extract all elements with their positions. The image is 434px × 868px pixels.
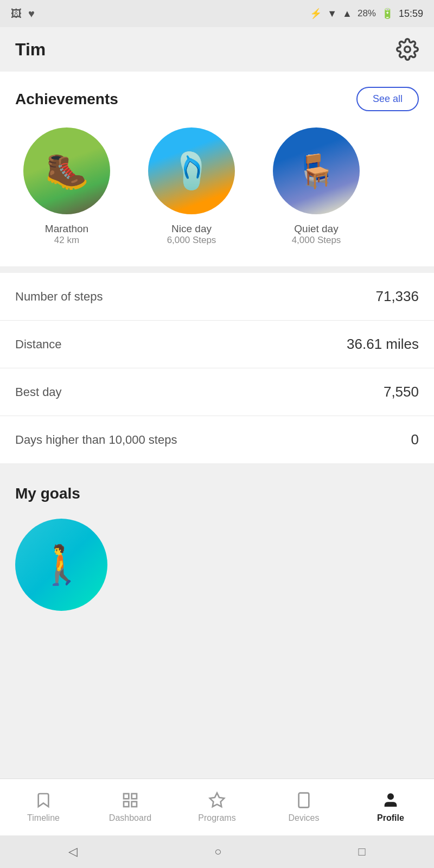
nav-profile-label: Profile — [377, 813, 404, 823]
svg-rect-1 — [124, 794, 129, 799]
page-header: Tim — [0, 27, 434, 72]
svg-point-8 — [388, 794, 394, 800]
heart-icon: ♥ — [28, 8, 35, 20]
steps-label: Number of steps — [15, 290, 103, 304]
svg-point-0 — [405, 47, 411, 53]
dashboard-icon — [122, 792, 139, 809]
nav-dashboard[interactable]: Dashboard — [87, 779, 174, 835]
nav-devices[interactable]: Devices — [260, 779, 347, 835]
achievement-quietday[interactable]: 🪑 Quiet day 4,000 Steps — [265, 127, 368, 246]
distance-value: 36.61 miles — [347, 336, 419, 353]
stats-section: Number of steps 71,336 Distance 36.61 mi… — [0, 273, 434, 463]
home-button[interactable]: ○ — [214, 845, 221, 859]
nav-programs-label: Programs — [198, 813, 235, 823]
niceday-badge: 🩴 — [148, 127, 235, 214]
see-all-button[interactable]: See all — [356, 87, 419, 111]
settings-button[interactable] — [396, 38, 419, 61]
status-right-icons: ⚡ ▼ ▲ 28% 🔋 15:59 — [310, 8, 423, 20]
goals-title: My goals — [15, 485, 419, 502]
svg-rect-6 — [299, 793, 309, 808]
devices-icon — [295, 792, 312, 809]
bestday-label: Best day — [15, 385, 62, 399]
nav-timeline[interactable]: Timeline — [0, 779, 87, 835]
gear-icon — [396, 38, 419, 61]
achievements-title: Achievements — [15, 91, 118, 108]
marathon-label: Marathon — [45, 223, 88, 235]
svg-rect-4 — [132, 802, 137, 807]
goals-section: My goals 🚶 — [0, 470, 434, 633]
programs-icon — [208, 792, 226, 809]
nav-devices-label: Devices — [289, 813, 320, 823]
stat-highsteps: Days higher than 10,000 steps 0 — [0, 416, 434, 463]
profile-icon — [382, 792, 399, 809]
clock: 15:59 — [399, 8, 423, 20]
niceday-label: Nice day — [171, 223, 212, 235]
timeline-icon — [35, 792, 52, 809]
nav-dashboard-label: Dashboard — [109, 813, 151, 823]
system-nav: ◁ ○ □ — [0, 835, 434, 868]
bluetooth-icon: ⚡ — [310, 8, 322, 20]
status-left-icons: 🖼 ♥ — [11, 8, 35, 20]
achievements-header: Achievements See all — [15, 87, 419, 111]
stat-bestday: Best day 7,550 — [0, 368, 434, 416]
achievement-niceday[interactable]: 🩴 Nice day 6,000 Steps — [140, 127, 243, 246]
stat-steps: Number of steps 71,336 — [0, 273, 434, 321]
photo-icon: 🖼 — [11, 8, 22, 20]
stat-distance: Distance 36.61 miles — [0, 321, 434, 368]
quietday-sub: 4,000 Steps — [292, 235, 341, 246]
recents-button[interactable]: □ — [359, 845, 366, 859]
nav-timeline-label: Timeline — [27, 813, 60, 823]
back-button[interactable]: ◁ — [68, 845, 78, 859]
quietday-label: Quiet day — [294, 223, 338, 235]
highsteps-label: Days higher than 10,000 steps — [15, 433, 177, 447]
distance-label: Distance — [15, 337, 62, 352]
battery-text: 28% — [358, 8, 376, 19]
bestday-value: 7,550 — [384, 384, 419, 400]
svg-rect-2 — [132, 794, 137, 799]
page-title: Tim — [15, 40, 46, 60]
quietday-badge: 🪑 — [273, 127, 360, 214]
goal-walking-circle[interactable]: 🚶 — [15, 519, 107, 611]
status-bar: 🖼 ♥ ⚡ ▼ ▲ 28% 🔋 15:59 — [0, 0, 434, 27]
walking-icon: 🚶 — [38, 542, 85, 587]
achievement-marathon[interactable]: 🥾 Marathon 42 km — [15, 127, 118, 246]
bottom-nav: Timeline Dashboard Programs Devices Prof… — [0, 778, 434, 835]
marathon-badge: 🥾 — [23, 127, 110, 214]
svg-marker-5 — [210, 793, 225, 807]
svg-rect-3 — [124, 802, 129, 807]
achievements-row: 🥾 Marathon 42 km 🩴 Nice day 6,000 Steps … — [15, 127, 419, 246]
signal-icon: ▲ — [342, 8, 352, 20]
battery-icon: 🔋 — [381, 8, 393, 20]
highsteps-value: 0 — [411, 431, 419, 448]
nav-programs[interactable]: Programs — [174, 779, 260, 835]
wifi-icon: ▼ — [327, 8, 337, 20]
marathon-sub: 42 km — [54, 235, 79, 246]
nav-profile[interactable]: Profile — [347, 779, 434, 835]
steps-value: 71,336 — [375, 288, 419, 305]
achievements-section: Achievements See all 🥾 Marathon 42 km 🩴 … — [0, 72, 434, 266]
niceday-sub: 6,000 Steps — [167, 235, 216, 246]
